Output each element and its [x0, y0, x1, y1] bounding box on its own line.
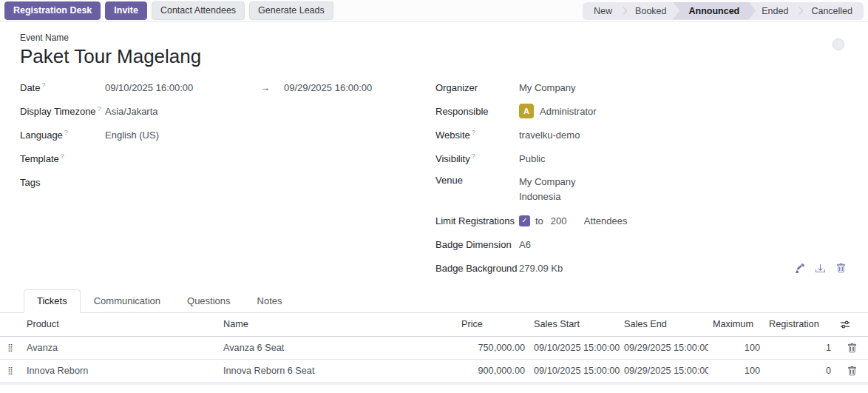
cell-maximum[interactable]: 100: [708, 359, 764, 382]
field-language: Language? English (US): [20, 123, 435, 147]
limit-to-label: to: [535, 215, 543, 226]
trash-icon[interactable]: [836, 263, 846, 273]
cell-maximum[interactable]: 100: [708, 336, 764, 359]
column-header-sales-end[interactable]: Sales End: [620, 313, 708, 336]
help-icon: ?: [41, 81, 45, 89]
display-timezone-value[interactable]: Asia/Jakarta: [105, 106, 158, 117]
optional-columns-header: [835, 313, 868, 336]
edit-pencil-icon[interactable]: [795, 263, 804, 273]
notebook-tabs: Tickets Communication Questions Notes: [0, 289, 868, 313]
tab-communication[interactable]: Communication: [81, 289, 174, 313]
cell-name[interactable]: Innova Reborn 6 Seat: [219, 359, 457, 382]
cell-product[interactable]: Avanza: [21, 336, 219, 359]
field-badge-background: Badge Background 279.09 Kb: [435, 256, 846, 280]
drag-handle-icon[interactable]: ⣿: [0, 359, 21, 382]
help-icon: ?: [472, 152, 475, 160]
field-grid: Date? 09/10/2025 16:00:00 → 09/29/2025 1…: [20, 75, 846, 280]
status-step-new[interactable]: New: [583, 2, 623, 20]
badge-file-actions: [795, 263, 846, 273]
action-buttons: Registration Desk Invite Contact Attende…: [4, 1, 333, 21]
cell-product[interactable]: Innova Reborn: [21, 359, 219, 382]
fields-right-column: Organizer My Company Responsible A Admin…: [435, 75, 846, 280]
status-step-cancelled[interactable]: Cancelled: [800, 2, 864, 20]
responsible-value[interactable]: Administrator: [540, 106, 597, 117]
event-name-title[interactable]: Paket Tour Magelang: [20, 45, 201, 68]
event-name-label: Event Name: [20, 33, 201, 43]
status-bar: New Booked Announced Ended Cancelled: [583, 2, 864, 20]
page-bottom-strip: [0, 383, 868, 385]
template-label: Template?: [20, 153, 105, 164]
status-step-ended[interactable]: Ended: [750, 2, 799, 20]
column-header-maximum[interactable]: Maximum: [708, 313, 764, 336]
display-timezone-label: Display Timezone?: [20, 106, 105, 117]
invite-button[interactable]: Invite: [105, 1, 147, 21]
website-value[interactable]: travelku-demo: [519, 130, 580, 141]
table-row[interactable]: ⣿ Innova Reborn Innova Reborn 6 Seat 900…: [0, 359, 868, 382]
sheet-header: Event Name Paket Tour Magelang: [20, 33, 846, 75]
venue-country-line: Indonesia: [519, 189, 576, 204]
delete-row-cell: [835, 336, 868, 359]
kanban-state-circle-icon[interactable]: [833, 38, 844, 50]
delete-row-cell: [835, 359, 868, 382]
generate-leads-button[interactable]: Generate Leads: [249, 1, 333, 21]
date-start-value[interactable]: 09/10/2025 16:00:00: [105, 82, 260, 93]
cell-price[interactable]: 750,000.00: [457, 336, 529, 359]
registration-desk-button[interactable]: Registration Desk: [4, 1, 101, 21]
column-header-product[interactable]: Product: [21, 313, 219, 336]
field-limit-registrations: Limit Registrations ✓ to 200 Attendees: [435, 209, 846, 232]
cell-sales-start[interactable]: 09/10/2025 15:00:00: [529, 336, 620, 359]
top-toolbar: Registration Desk Invite Contact Attende…: [0, 0, 868, 22]
column-header-name[interactable]: Name: [219, 313, 457, 336]
cell-name[interactable]: Avanza 6 Seat: [219, 336, 457, 359]
status-step-booked[interactable]: Booked: [624, 2, 677, 20]
cell-sales-end[interactable]: 09/29/2025 15:00:00: [620, 336, 708, 359]
cell-sales-start[interactable]: 09/10/2025 15:00:00: [529, 359, 620, 382]
help-icon: ?: [61, 152, 64, 160]
field-display-timezone: Display Timezone? Asia/Jakarta: [20, 99, 435, 123]
website-label: Website?: [435, 130, 519, 141]
venue-value[interactable]: My Company Indonesia: [519, 175, 576, 204]
organizer-value[interactable]: My Company: [519, 82, 576, 93]
download-icon[interactable]: [816, 263, 825, 273]
cell-price[interactable]: 900,000.00: [457, 359, 529, 382]
limit-registrations-value[interactable]: 200: [551, 215, 584, 226]
language-value[interactable]: English (US): [105, 130, 159, 141]
field-date: Date? 09/10/2025 16:00:00 → 09/29/2025 1…: [20, 75, 435, 99]
cell-sales-end[interactable]: 09/29/2025 15:00:00: [620, 359, 708, 382]
badge-background-label: Badge Background: [435, 263, 519, 274]
cell-registration[interactable]: 0: [764, 359, 835, 382]
column-header-registration[interactable]: Registration: [764, 313, 835, 336]
table-header-row: Product Name Price Sales Start Sales End…: [0, 313, 868, 336]
cell-registration[interactable]: 1: [764, 336, 835, 359]
field-responsible: Responsible A Administrator: [435, 99, 846, 123]
column-header-sales-start[interactable]: Sales Start: [529, 313, 620, 336]
field-tags: Tags: [20, 170, 435, 194]
help-icon: ?: [64, 129, 68, 136]
optional-columns-icon[interactable]: [840, 320, 850, 330]
date-end-value[interactable]: 09/29/2025 16:00:00: [284, 82, 372, 93]
trash-icon[interactable]: [847, 343, 857, 353]
responsible-label: Responsible: [435, 106, 519, 117]
language-label: Language?: [20, 130, 105, 141]
tab-tickets[interactable]: Tickets: [24, 289, 81, 313]
help-icon: ?: [98, 105, 101, 112]
field-template: Template?: [20, 147, 435, 170]
status-step-announced[interactable]: Announced: [673, 2, 756, 20]
limit-registrations-checkbox[interactable]: ✓: [519, 215, 530, 226]
fields-left-column: Date? 09/10/2025 16:00:00 → 09/29/2025 1…: [20, 75, 435, 280]
visibility-value[interactable]: Public: [519, 153, 545, 164]
visibility-label: Visibility?: [435, 153, 519, 164]
tickets-table: Product Name Price Sales Start Sales End…: [0, 313, 868, 383]
drag-handle-icon[interactable]: ⣿: [0, 336, 21, 359]
field-venue: Venue My Company Indonesia: [435, 170, 846, 209]
tab-questions[interactable]: Questions: [174, 289, 244, 313]
organizer-label: Organizer: [435, 82, 519, 93]
badge-background-size-value[interactable]: 279.09 Kb: [519, 263, 563, 274]
badge-dimension-value[interactable]: A6: [519, 239, 531, 250]
contact-attendees-button[interactable]: Contact Attendees: [152, 1, 245, 21]
field-visibility: Visibility? Public: [435, 147, 846, 170]
trash-icon[interactable]: [847, 366, 857, 376]
tab-notes[interactable]: Notes: [244, 289, 296, 313]
column-header-price[interactable]: Price: [457, 313, 529, 336]
table-row[interactable]: ⣿ Avanza Avanza 6 Seat 750,000.00 09/10/…: [0, 336, 868, 359]
